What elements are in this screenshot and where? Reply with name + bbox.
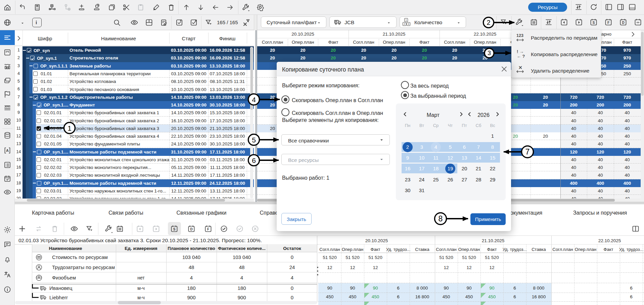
svg-text:6: 6 [252,157,256,164]
svg-text:8: 8 [439,214,443,223]
svg-text:5: 5 [252,136,256,144]
svg-text:7: 7 [525,147,530,156]
svg-text:2: 2 [487,19,490,26]
svg-text:4: 4 [252,96,256,103]
svg-text:1: 1 [67,124,72,132]
svg-text:3: 3 [488,50,491,56]
